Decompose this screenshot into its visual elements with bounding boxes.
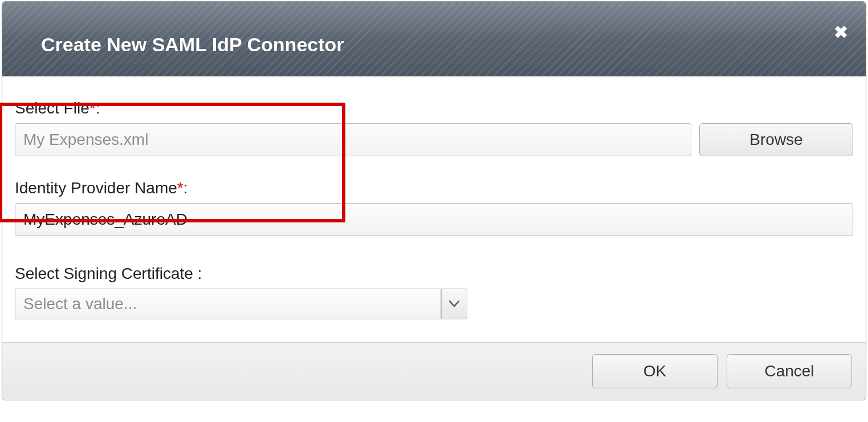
signing-cert-label: Select Signing Certificate : — [15, 265, 853, 283]
browse-button[interactable]: Browse — [699, 123, 853, 156]
signing-cert-value[interactable]: Select a value... — [15, 289, 441, 319]
cancel-button[interactable]: Cancel — [727, 354, 852, 388]
dialog-create-saml-idp: Create New SAML IdP Connector ✖ Select F… — [2, 1, 866, 400]
select-file-label: Select File*: — [15, 99, 853, 117]
idp-name-label: Identity Provider Name*: — [15, 179, 853, 197]
label-separator: : — [184, 179, 188, 197]
label-separator: : — [193, 265, 202, 282]
select-file-input[interactable] — [15, 123, 691, 156]
signing-cert-select[interactable]: Select a value... — [15, 289, 853, 319]
label-separator: : — [96, 99, 100, 117]
dialog-footer: OK Cancel — [2, 342, 866, 400]
required-mark: * — [177, 179, 184, 197]
ok-button[interactable]: OK — [592, 354, 718, 388]
signing-cert-placeholder: Select a value... — [23, 295, 137, 313]
dialog-title: Create New SAML IdP Connector — [41, 34, 344, 56]
dialog-body: Select File*: Browse Identity Provider N… — [2, 76, 866, 342]
dialog-header: Create New SAML IdP Connector ✖ — [2, 2, 866, 76]
idp-name-input[interactable] — [15, 203, 853, 236]
idp-name-label-text: Identity Provider Name — [15, 179, 177, 197]
required-mark: * — [89, 99, 96, 117]
chevron-down-icon[interactable] — [441, 289, 467, 319]
close-icon[interactable]: ✖ — [833, 25, 849, 40]
select-file-row: Browse — [15, 123, 853, 156]
signing-cert-label-text: Select Signing Certificate — [15, 265, 193, 282]
select-file-label-text: Select File — [15, 99, 89, 117]
